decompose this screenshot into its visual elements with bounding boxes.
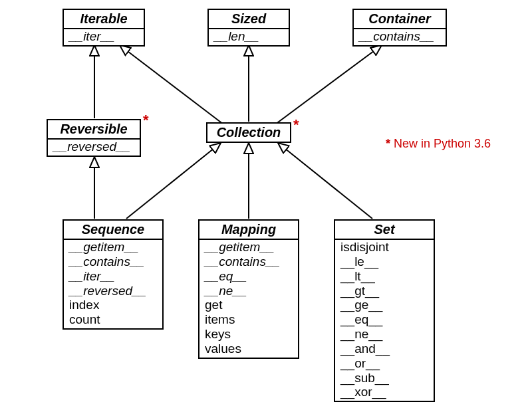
class-iterable-methods: __iter__ (64, 29, 144, 45)
method: __sub__ (340, 371, 428, 385)
method: __lt__ (340, 269, 428, 284)
new-in-python-note: * New in Python 3.6 (386, 137, 491, 151)
method: __xor__ (340, 385, 428, 399)
method: __iter__ (69, 29, 138, 44)
method: __ne__ (205, 284, 293, 298)
class-iterable: Iterable __iter__ (63, 9, 145, 47)
method: __gt__ (340, 284, 428, 298)
class-mapping: Mapping __getitem__ __contains__ __eq__ … (198, 219, 299, 359)
method: __len__ (214, 29, 283, 44)
class-container: Container __contains__ (352, 9, 447, 47)
class-sequence-methods: __getitem__ __contains__ __iter__ __reve… (64, 240, 162, 328)
method: __or__ (340, 356, 428, 371)
class-sequence-title: Sequence (64, 221, 162, 240)
arrow-collection-iterable (120, 45, 226, 126)
method: __getitem__ (69, 240, 157, 255)
method: __reversed__ (53, 140, 134, 154)
class-sized-methods: __len__ (209, 29, 289, 45)
class-iterable-title: Iterable (64, 10, 144, 29)
arrow-collection-container (273, 45, 382, 126)
method: __eq__ (205, 269, 293, 284)
method: __contains__ (69, 255, 157, 269)
note-asterisk: * (386, 137, 394, 150)
method: values (205, 342, 293, 356)
method: __eq__ (340, 312, 428, 327)
method: items (205, 312, 293, 327)
method: __contains__ (205, 255, 293, 269)
class-collection-title: Collection (207, 124, 290, 142)
method: __le__ (340, 255, 428, 269)
class-container-title: Container (354, 10, 446, 29)
method: keys (205, 327, 293, 342)
class-mapping-title: Mapping (199, 221, 298, 240)
method: get (205, 298, 293, 312)
class-set-title: Set (335, 221, 434, 240)
method: index (69, 298, 157, 312)
class-sized: Sized __len__ (207, 9, 290, 47)
class-reversible-title: Reversible (48, 120, 140, 140)
class-reversible-methods: __reversed__ (48, 140, 140, 156)
asterisk-reversible: * (143, 112, 149, 129)
method: __ne__ (340, 327, 428, 342)
note-text: New in Python 3.6 (394, 137, 491, 150)
class-mapping-methods: __getitem__ __contains__ __eq__ __ne__ g… (199, 240, 298, 358)
asterisk-collection: * (293, 116, 299, 134)
class-set-methods: isdisjoint __le__ __lt__ __gt__ __ge__ _… (335, 240, 434, 401)
method: __ge__ (340, 298, 428, 312)
class-collection: Collection (206, 122, 291, 143)
method: __reversed__ (69, 284, 157, 298)
method: isdisjoint (340, 240, 428, 255)
class-container-methods: __contains__ (354, 29, 446, 45)
class-reversible: Reversible __reversed__ (47, 119, 141, 157)
class-sequence: Sequence __getitem__ __contains__ __iter… (63, 219, 164, 330)
arrow-set-collection (278, 143, 372, 219)
method: __iter__ (69, 269, 157, 284)
method: __contains__ (359, 29, 440, 44)
method: __getitem__ (205, 240, 293, 255)
method: count (69, 312, 157, 327)
method: __and__ (340, 342, 428, 356)
class-sized-title: Sized (209, 10, 289, 29)
class-set: Set isdisjoint __le__ __lt__ __gt__ __ge… (334, 219, 435, 402)
